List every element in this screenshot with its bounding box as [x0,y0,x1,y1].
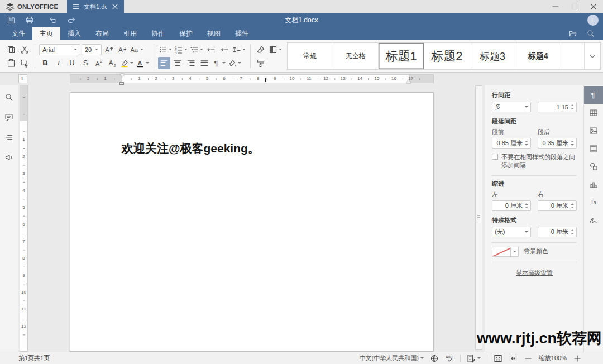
shading-button[interactable] [227,57,242,69]
vertical-scrollbar[interactable] [475,85,482,350]
color-dropdown-button[interactable] [511,247,519,257]
text-art-settings-button[interactable]: Ta [584,193,603,211]
menu-tab-insert[interactable]: 插入 [60,27,88,40]
header-footer-settings-button[interactable] [584,140,603,157]
signature-settings-button[interactable] [584,211,603,229]
feedback-button[interactable] [2,151,16,164]
spinner-arrows-icon[interactable] [571,104,574,109]
document-tab[interactable]: 文档1.docx* [67,0,124,13]
increase-font-button[interactable]: A [103,44,115,56]
decrease-font-button[interactable]: A [116,44,128,56]
checkbox-icon[interactable] [492,154,498,160]
italic-button[interactable]: I [52,57,65,69]
comments-button[interactable] [2,111,16,123]
user-avatar[interactable]: L [587,15,599,26]
clear-style-button[interactable] [255,44,267,56]
copy-button[interactable] [5,44,17,56]
same-style-spacing-checkbox[interactable]: 不要在相同样式的段落之间添加间隔 [492,153,577,170]
menu-tab-references[interactable]: 引用 [116,27,144,40]
spinner-arrows-icon[interactable] [525,141,528,146]
copy-style-button[interactable] [255,57,267,69]
increase-indent-button[interactable] [218,44,231,56]
indent-right-spinner[interactable]: 0 厘米 [538,200,577,211]
font-name-select[interactable]: Arial [39,44,80,55]
align-left-button[interactable] [158,57,170,69]
line-spacing-value-spinner[interactable]: 1.15 [538,102,577,112]
cut-button[interactable] [18,44,31,56]
numbering-button[interactable]: 123 [174,44,188,56]
right-indent-marker[interactable] [406,80,411,83]
style-heading3[interactable]: 标题3 [470,43,516,69]
spinner-arrows-icon[interactable] [525,203,528,208]
close-button[interactable] [584,0,603,13]
superscript-button[interactable]: A2 [93,57,105,69]
document-canvas[interactable]: 123456789101112 欢迎关注@极客geeking。 [18,85,485,352]
style-gallery-expand-button[interactable] [585,43,600,69]
spinner-arrows-icon[interactable] [571,141,574,146]
track-changes-button[interactable] [467,354,481,363]
zoom-in-icon[interactable] [573,354,582,363]
paragraph-text[interactable]: 欢迎关注@极客geeking。 [122,141,260,156]
paragraph-settings-button[interactable]: ¶ [584,86,603,104]
special-indent-select[interactable]: (无) [492,227,531,237]
undo-button[interactable] [46,14,60,26]
show-advanced-settings-link[interactable]: 显示高级设置 [492,269,577,277]
style-normal[interactable]: 常规 [288,43,333,69]
justify-button[interactable] [198,57,210,69]
multilevel-button[interactable] [189,44,204,56]
color-fill-button[interactable] [268,44,283,56]
navigation-button[interactable] [2,131,16,143]
bullets-button[interactable] [158,44,173,56]
print-button[interactable] [22,14,37,26]
align-center-button[interactable] [171,57,184,69]
document-page[interactable]: 欢迎关注@极客geeking。 [70,92,434,352]
no-fill-swatch-icon[interactable] [492,247,511,257]
special-indent-spinner[interactable]: 0 厘米 [538,227,577,237]
vertical-ruler[interactable]: 123456789101112 [20,85,28,352]
select-button[interactable] [18,57,31,69]
search-icon[interactable] [586,29,595,38]
tab-stop-selector[interactable]: L [18,74,27,83]
line-spacing-button[interactable] [232,44,246,56]
spacing-before-spinner[interactable]: 0.85 厘米 [492,138,531,149]
spell-check-icon[interactable]: ABC [445,354,454,363]
left-indent-marker[interactable] [119,82,124,85]
strikethrough-button[interactable]: S [79,57,92,69]
open-file-location-icon[interactable] [568,29,577,38]
underline-button[interactable]: U [66,57,78,69]
line-spacing-type-select[interactable]: 多 [492,102,531,112]
scrollbar-thumb[interactable] [475,85,482,350]
spinner-arrows-icon[interactable] [571,203,574,208]
spinner-arrows-icon[interactable] [571,229,574,234]
save-button[interactable] [4,14,18,26]
tab-menu-icon[interactable] [71,2,80,11]
image-settings-button[interactable] [584,122,603,140]
search-button[interactable] [2,91,16,103]
style-heading1[interactable]: 标题1 [379,43,424,69]
nonprinting-button[interactable]: ¶ [212,57,226,69]
menu-tab-plugins[interactable]: 插件 [228,27,256,40]
menu-tab-home[interactable]: 主页 [32,27,60,40]
tab-close-icon[interactable] [111,2,119,11]
menu-tab-file[interactable]: 文件 [4,27,32,40]
table-settings-button[interactable] [584,104,603,122]
horizontal-ruler[interactable]: 211234567891011121314151617 [70,74,434,83]
highlight-button[interactable] [119,57,134,69]
change-case-button[interactable]: Aa [130,44,144,56]
first-line-indent-marker[interactable] [120,74,125,77]
font-color-button[interactable]: A [135,57,150,69]
font-size-select[interactable]: 20 [82,44,102,55]
document-language-icon[interactable] [430,354,439,363]
paste-button[interactable] [5,57,17,69]
background-color-picker[interactable] [492,247,519,257]
shape-settings-button[interactable] [584,157,603,175]
subscript-button[interactable]: A2 [106,57,118,69]
fit-page-icon[interactable] [494,354,502,363]
minimize-button[interactable] [546,0,565,13]
maximize-button[interactable] [565,0,584,13]
redo-button[interactable] [64,14,79,26]
decrease-indent-button[interactable] [205,44,217,56]
fit-width-icon[interactable] [509,354,518,363]
menu-tab-protection[interactable]: 保护 [172,27,200,40]
spacing-after-spinner[interactable]: 0.35 厘米 [538,138,577,149]
